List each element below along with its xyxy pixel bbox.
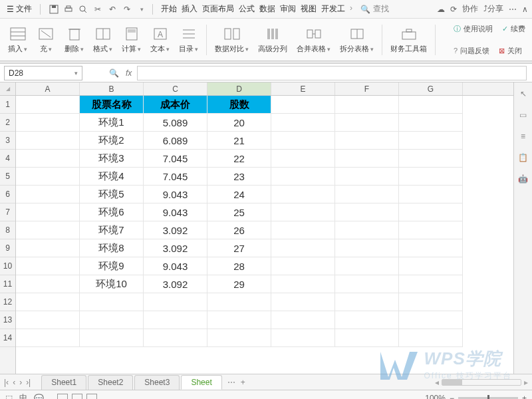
column-header-F[interactable]: F xyxy=(335,82,399,95)
share-button[interactable]: ⤴分享 xyxy=(483,3,503,15)
scroll-thumb[interactable] xyxy=(442,380,462,385)
cell[interactable] xyxy=(271,311,335,329)
cell[interactable]: 9.043 xyxy=(144,203,207,221)
column-header-G[interactable]: G xyxy=(399,82,463,95)
feedback-icon[interactable]: ? xyxy=(454,47,458,55)
cell[interactable] xyxy=(16,114,80,132)
scroll-left-icon[interactable]: ◂ xyxy=(435,378,439,387)
cell[interactable] xyxy=(271,168,335,186)
cell[interactable] xyxy=(271,275,335,293)
cut-icon[interactable]: ✂ xyxy=(92,4,103,15)
cell[interactable]: 环境1 xyxy=(80,114,144,132)
column-header-C[interactable]: C xyxy=(144,82,207,95)
cell[interactable] xyxy=(271,96,335,114)
cell[interactable] xyxy=(335,293,399,311)
cloud-icon[interactable]: ☁ xyxy=(437,5,445,14)
cell[interactable]: 21 xyxy=(207,132,271,150)
cell[interactable] xyxy=(399,132,463,150)
cell[interactable]: 22 xyxy=(207,150,271,168)
status-mode-icon[interactable]: 中 xyxy=(19,392,27,399)
cell[interactable] xyxy=(335,168,399,186)
cell[interactable] xyxy=(335,150,399,168)
zoom-track[interactable] xyxy=(458,397,518,400)
row-header-5[interactable]: 5 xyxy=(0,168,15,186)
sync-icon[interactable]: ⟳ xyxy=(450,5,457,14)
cell[interactable] xyxy=(335,114,399,132)
cell[interactable]: 3.092 xyxy=(144,239,207,257)
row-header-2[interactable]: 2 xyxy=(0,114,15,132)
ribbon-compare[interactable]: 数据对比▾ xyxy=(211,24,253,55)
cell[interactable] xyxy=(271,132,335,150)
row-header-8[interactable]: 8 xyxy=(0,221,15,239)
cell[interactable] xyxy=(335,329,399,347)
cell[interactable] xyxy=(399,186,463,203)
cell[interactable] xyxy=(399,150,463,168)
feedback-label[interactable]: 问题反馈 xyxy=(460,46,489,56)
cell[interactable] xyxy=(271,257,335,275)
cell[interactable] xyxy=(335,132,399,150)
cell[interactable] xyxy=(16,203,80,221)
tab-view[interactable]: 视图 xyxy=(299,1,318,17)
cell[interactable] xyxy=(399,275,463,293)
cell[interactable] xyxy=(16,221,80,239)
cell[interactable] xyxy=(399,329,463,347)
cell[interactable] xyxy=(335,96,399,114)
cell[interactable]: 环境5 xyxy=(80,186,144,203)
ribbon-merge[interactable]: 合并表格▾ xyxy=(293,24,334,55)
sheet-tab-Sheet1[interactable]: Sheet1 xyxy=(41,375,86,390)
cell[interactable]: 24 xyxy=(207,186,271,203)
sheet-tab-Sheet[interactable]: Sheet xyxy=(181,375,221,390)
clipboard-icon[interactable]: 📋 xyxy=(518,153,528,162)
sheet-add-icon[interactable]: + xyxy=(241,378,245,387)
cell[interactable] xyxy=(335,311,399,329)
cell[interactable]: 6.089 xyxy=(144,132,207,150)
help-label[interactable]: 使用说明 xyxy=(464,24,493,34)
cell[interactable] xyxy=(399,311,463,329)
cell[interactable]: 7.045 xyxy=(144,168,207,186)
ribbon-calc[interactable]: 计算▾ xyxy=(118,24,145,55)
tab-dev[interactable]: 开发工 xyxy=(320,1,346,17)
cell[interactable] xyxy=(399,114,463,132)
cell[interactable] xyxy=(271,221,335,239)
column-header-B[interactable]: B xyxy=(80,82,144,95)
row-header-11[interactable]: 11 xyxy=(0,275,15,293)
status-comment-icon[interactable]: 💬 xyxy=(34,394,44,400)
save-icon[interactable] xyxy=(49,4,59,15)
cell[interactable] xyxy=(16,239,80,257)
scroll-track[interactable] xyxy=(442,379,521,386)
cell[interactable] xyxy=(80,311,144,329)
cell[interactable]: 5.089 xyxy=(144,114,207,132)
cell[interactable] xyxy=(144,293,207,311)
row-header-14[interactable]: 14 xyxy=(0,329,15,347)
grid-body[interactable]: 股票名称成本价股数环境15.08920环境26.08921环境37.04522环… xyxy=(16,96,513,347)
row-header-12[interactable]: 12 xyxy=(0,293,15,311)
view-break-icon[interactable] xyxy=(86,394,97,400)
cell[interactable] xyxy=(335,275,399,293)
cell[interactable]: 环境7 xyxy=(80,221,144,239)
sheet-last-icon[interactable]: ›| xyxy=(26,378,31,387)
cell[interactable]: 环境4 xyxy=(80,168,144,186)
cell[interactable] xyxy=(16,275,80,293)
cell[interactable] xyxy=(335,203,399,221)
column-header-E[interactable]: E xyxy=(271,82,335,95)
name-box[interactable]: D28 ▾ xyxy=(4,66,82,80)
sheet-tab-Sheet3[interactable]: Sheet3 xyxy=(134,375,180,390)
cell[interactable]: 25 xyxy=(207,203,271,221)
cell[interactable]: 7.045 xyxy=(144,150,207,168)
fx-search-icon[interactable]: 🔍 xyxy=(109,68,119,78)
file-menu[interactable]: ☰ 文件 xyxy=(4,2,35,16)
ribbon-insert[interactable]: 插入▾ xyxy=(4,24,31,55)
settings-icon[interactable]: ≡ xyxy=(521,132,525,141)
scroll-right-icon[interactable]: ▸ xyxy=(524,378,528,387)
tab-review[interactable]: 审阅 xyxy=(279,1,297,17)
qat-dropdown-icon[interactable]: ▾ xyxy=(136,4,147,15)
print-icon[interactable] xyxy=(63,4,74,15)
cell[interactable] xyxy=(16,293,80,311)
collapse-icon[interactable]: ∧ xyxy=(522,5,528,14)
cell[interactable]: 环境10 xyxy=(80,275,144,293)
cell[interactable] xyxy=(16,186,80,203)
row-header-4[interactable]: 4 xyxy=(0,150,15,168)
cell[interactable] xyxy=(271,239,335,257)
sheet-first-icon[interactable]: |‹ xyxy=(4,378,9,387)
cell[interactable] xyxy=(271,329,335,347)
